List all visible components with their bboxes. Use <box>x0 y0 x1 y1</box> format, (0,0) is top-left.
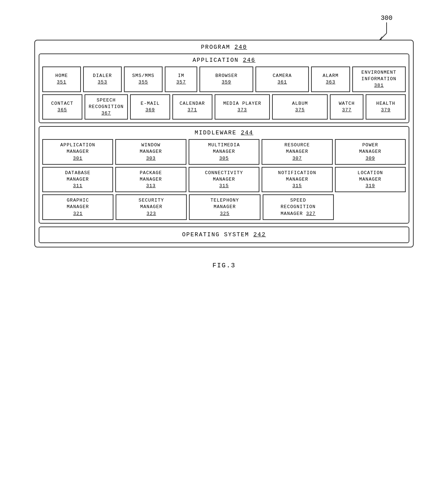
app-cell-dialer: DIALER 353 <box>83 66 122 92</box>
mw-row-3: GRAPHIC MANAGER 321 SECURITY MANAGER 323… <box>42 194 406 220</box>
os-box: OPERATING SYSTEM 242 <box>39 227 409 243</box>
app-row-1: HOME 351 DIALER 353 SMS/MMS 355 IM 357 <box>42 66 406 92</box>
app-cell-sms: SMS/MMS 355 <box>124 66 163 92</box>
svg-line-1 <box>381 33 387 39</box>
middleware-grid: APPLICATION MANAGER 301 WINDOW MANAGER 3… <box>42 139 406 220</box>
app-cell-alarm: ALARM 363 <box>311 66 350 92</box>
mw-cell-package-manager: PACKAGE MANAGER 313 <box>115 167 186 193</box>
app-cell-environment: ENVIRONMENT INFORMATION 381 <box>352 66 406 92</box>
ref-number-area: 300 <box>379 14 394 40</box>
middleware-title: MIDDLEWARE 244 <box>42 130 406 136</box>
middleware-box: MIDDLEWARE 244 APPLICATION MANAGER 301 W… <box>39 126 409 224</box>
mw-cell-empty <box>336 194 406 220</box>
app-cell-health: HEALTH 379 <box>366 94 406 120</box>
app-cell-mediaplayer: MEDIA PLAYER 373 <box>215 94 270 120</box>
mw-row-1: APPLICATION MANAGER 301 WINDOW MANAGER 3… <box>42 139 406 165</box>
mw-cell-database-manager: DATABASE MANAGER 311 <box>42 167 113 193</box>
mw-cell-notification-manager: NOTIFICATION MANAGER 315 <box>262 167 332 193</box>
app-cell-album: ALBUM 375 <box>272 94 328 120</box>
mw-cell-location-manager: LOCATION MANAGER 319 <box>335 167 406 193</box>
mw-cell-connectivity-manager: CONNECTIVITY MANAGER 315 <box>189 167 259 193</box>
mw-cell-multimedia-manager: MULTIMEDIA MANAGER 305 <box>189 139 259 165</box>
application-title: APPLICATION 246 <box>42 57 406 64</box>
app-cell-email: E-MAIL 369 <box>130 94 170 120</box>
mw-row-2: DATABASE MANAGER 311 PACKAGE MANAGER 313… <box>42 167 406 193</box>
app-cell-contact: CONTACT 365 <box>42 94 82 120</box>
mw-cell-resource-manager: RESOURCE MANAGER 307 <box>262 139 332 165</box>
mw-cell-graphic-manager: GRAPHIC MANAGER 321 <box>42 194 113 220</box>
mw-cell-security-manager: SECURITY MANAGER 323 <box>116 194 187 220</box>
mw-cell-app-manager: APPLICATION MANAGER 301 <box>42 139 113 165</box>
diagram-wrapper: 300 PROGRAM 240 APPLICATION 246 HOME 351 <box>34 14 414 247</box>
mw-cell-speed-recognition: SPEED RECOGNITION MANAGER 327 <box>263 194 334 220</box>
program-title: PROGRAM 240 <box>39 44 409 51</box>
mw-cell-power-manager: POWER MANAGER 309 <box>335 139 406 165</box>
arrow-icon <box>379 22 394 40</box>
figure-label: FIG.3 <box>212 262 236 269</box>
mw-cell-telephony-manager: TELEPHONY MANAGER 325 <box>189 194 260 220</box>
app-cell-camera: CAMERA 361 <box>255 66 309 92</box>
app-cell-home: HOME 351 <box>42 66 81 92</box>
app-cell-browser: BROWSER 359 <box>199 66 253 92</box>
main-diagram-box: PROGRAM 240 APPLICATION 246 HOME 351 DIA… <box>34 40 414 247</box>
app-cell-calendar: CALENDAR 371 <box>172 94 212 120</box>
app-row-2: CONTACT 365 SPEECH RECOGNITION 367 E-MAI… <box>42 94 406 120</box>
application-box: APPLICATION 246 HOME 351 DIALER 353 SMS/… <box>39 53 409 123</box>
app-cell-speech: SPEECH RECOGNITION 367 <box>85 94 128 120</box>
app-cell-im: IM 357 <box>165 66 197 92</box>
app-cell-watch: WATCH 377 <box>330 94 363 120</box>
application-grid: HOME 351 DIALER 353 SMS/MMS 355 IM 357 <box>42 66 406 120</box>
mw-cell-window-manager: WINDOW MANAGER 303 <box>115 139 186 165</box>
ref-number: 300 <box>381 14 392 22</box>
